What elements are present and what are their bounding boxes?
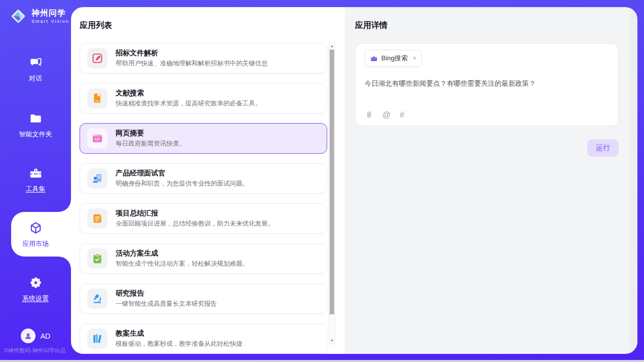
app-description: 一键智能生成高质量长文本研究报告	[116, 300, 217, 308]
tool-chip-label: Bing搜索	[381, 54, 408, 63]
app-card[interactable]: 教案生成模板驱动，教案秒成，教学准备从此轻松快捷	[80, 323, 327, 354]
microscope-icon	[91, 293, 103, 305]
app-name: 活动方案生成	[116, 249, 249, 258]
report-note-icon	[91, 212, 103, 225]
app-description: 快速精准查找学术资源，提高研究效率的必备工具。	[116, 99, 262, 108]
user-row[interactable]: AD	[0, 329, 71, 343]
app-name: 研究报告	[116, 289, 217, 298]
app-name: 产品经理面试官	[116, 169, 249, 178]
edit-doc-icon	[91, 52, 103, 64]
run-button[interactable]: 运行	[587, 139, 619, 157]
cube-icon	[29, 221, 43, 235]
run-row: 运行	[355, 139, 619, 157]
sidebar-item-label: 智能文件夹	[0, 130, 71, 139]
app-icon-tile	[87, 208, 108, 229]
app-icon-tile	[87, 248, 108, 269]
sidebar: 神州问学 Smart Vision 对话智能文件夹工具集应用市场系统设置 AD …	[0, 0, 71, 360]
app-icon-tile	[87, 48, 108, 68]
app-card[interactable]: 招标文件解析帮助用户快速、准确地理解和解析招标书中的关键信息	[80, 43, 327, 74]
app-card[interactable]: 活动方案生成智能生成个性化活动方案，轻松解决规划难题。	[80, 243, 327, 274]
folder-icon	[29, 112, 43, 125]
sidebar-item-label: 工具集	[0, 185, 71, 194]
book-icon	[91, 92, 103, 104]
sidebar-footer: ©神州数码·神州问学出品	[4, 347, 71, 354]
app-icon-tile	[87, 88, 108, 108]
sidebar-item-label: 系统设置	[0, 294, 71, 303]
app-cards: 招标文件解析帮助用户快速、准确地理解和解析招标书中的关键信息文献搜索快速精准查找…	[80, 43, 327, 354]
app-card[interactable]: 产品经理面试官明确身份和职责，为您提供专业性的面试问题。	[80, 163, 327, 194]
app-description: 智能生成个性化活动方案，轻松解决规划难题。	[116, 260, 249, 268]
active-tab-fillet-top	[59, 200, 71, 212]
brand-subtitle: Smart Vision	[31, 19, 69, 24]
hash-icon[interactable]: #	[400, 111, 404, 119]
app-description: 明确身份和职责，为您提供专业性的面试问题。	[116, 179, 249, 188]
sidebar-item-toolbox[interactable]: 工具集	[0, 166, 71, 194]
at-icon[interactable]: @	[382, 111, 390, 119]
app-list-scrollbar[interactable]: ▲ ▼	[329, 42, 335, 344]
chat-icon	[29, 56, 43, 69]
active-tab-fillet-bottom	[59, 257, 71, 269]
app-icon-tile	[87, 128, 108, 149]
prompt-text[interactable]: 今日湖北有哪些新闻要点？有哪些需要关注的最新政策？	[365, 79, 609, 88]
clipboard-check-icon	[91, 252, 103, 265]
app-list-panel: 应用列表 招标文件解析帮助用户快速、准确地理解和解析招标书中的关键信息文献搜索快…	[71, 7, 345, 354]
toolbox-icon	[29, 166, 43, 180]
app-name: 教案生成	[116, 329, 242, 338]
bottom-edge-strip	[0, 360, 644, 362]
app-detail-panel: 应用详情 Bing搜索 × 今日湖北有哪些新闻要点？有哪些需要关注的最新政策？ …	[345, 7, 637, 354]
app-card[interactable]: 网页摘要每日政府新闻资讯快查。	[80, 123, 327, 154]
app-card[interactable]: 项目总结汇报全面回顾项目进展，总结经验教训，助力未来优化发展。	[80, 203, 327, 234]
brand: 神州问学 Smart Vision	[9, 7, 69, 25]
prompt-toolbar: @#	[365, 111, 404, 119]
paperclip-icon[interactable]	[365, 111, 373, 119]
sidebar-item-folder[interactable]: 智能文件夹	[0, 112, 71, 139]
main-content: 应用列表 招标文件解析帮助用户快速、准确地理解和解析招标书中的关键信息文献搜索快…	[71, 7, 637, 354]
detail-scroll-strip	[630, 7, 637, 354]
webpage-icon	[91, 132, 103, 144]
app-description: 全面回顾项目进展，总结经验教训，助力未来优化发展。	[116, 220, 274, 228]
app-detail-title: 应用详情	[355, 20, 637, 31]
app-icon-tile	[87, 168, 108, 189]
chip-close-icon[interactable]: ×	[413, 55, 416, 62]
gear-icon	[29, 276, 43, 289]
tool-chip[interactable]: Bing搜索 ×	[365, 50, 422, 67]
scrollbar-thumb[interactable]	[330, 50, 334, 314]
prompt-card[interactable]: Bing搜索 × 今日湖北有哪些新闻要点？有哪些需要关注的最新政策？ @#	[355, 43, 619, 126]
scroll-down-arrow-icon[interactable]: ▼	[329, 337, 335, 344]
app-icon-tile	[87, 288, 108, 309]
brand-logo-icon	[9, 7, 27, 25]
app-card[interactable]: 研究报告一键智能生成高质量长文本研究报告	[80, 283, 327, 314]
app-description: 每日政府新闻资讯快查。	[116, 139, 186, 148]
app-card[interactable]: 文献搜索快速精准查找学术资源，提高研究效率的必备工具。	[80, 83, 327, 114]
app-description: 帮助用户快速、准确地理解和解析招标书中的关键信息	[116, 59, 268, 68]
sidebar-item-gear[interactable]: 系统设置	[0, 276, 71, 303]
sidebar-item-label: 对话	[0, 74, 71, 83]
app-icon-tile	[87, 329, 108, 349]
briefcase-icon	[370, 55, 378, 62]
scroll-up-arrow-icon[interactable]: ▲	[329, 43, 335, 49]
user-name: AD	[41, 332, 50, 340]
books-icon	[91, 333, 103, 345]
interview-icon	[91, 172, 103, 185]
sidebar-item-chat[interactable]: 对话	[0, 56, 71, 83]
brand-name: 神州问学	[31, 9, 66, 17]
app-name: 文献搜索	[116, 89, 262, 98]
app-name: 招标文件解析	[116, 49, 268, 58]
app-list-title: 应用列表	[80, 20, 345, 31]
app-description: 模板驱动，教案秒成，教学准备从此轻松快捷	[116, 340, 242, 348]
app-name: 网页摘要	[116, 129, 186, 138]
app-name: 项目总结汇报	[116, 209, 274, 218]
sidebar-item-cube[interactable]: 应用市场	[0, 221, 71, 248]
sidebar-item-label: 应用市场	[0, 239, 71, 248]
avatar	[21, 329, 35, 343]
